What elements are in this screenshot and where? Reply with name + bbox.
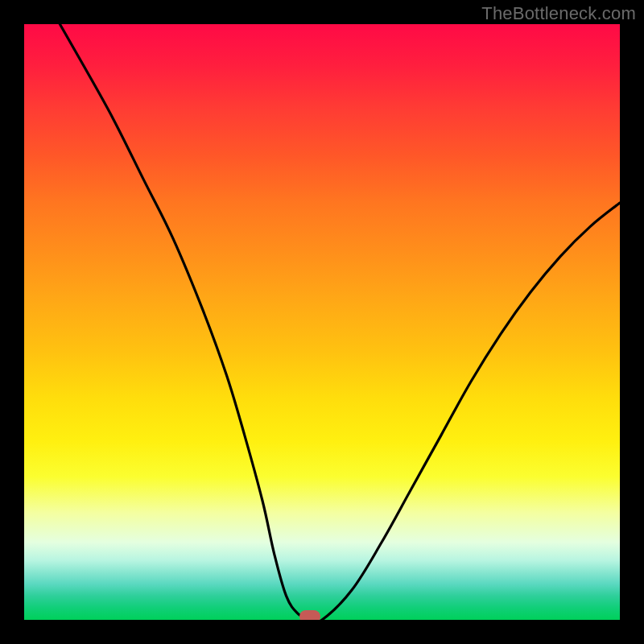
- bottleneck-curve: [60, 24, 620, 620]
- plot-area: [24, 24, 620, 620]
- watermark-text: TheBottleneck.com: [481, 3, 636, 24]
- optimum-marker: [299, 610, 320, 620]
- chart-frame: TheBottleneck.com: [0, 0, 644, 644]
- curve-svg: [24, 24, 620, 620]
